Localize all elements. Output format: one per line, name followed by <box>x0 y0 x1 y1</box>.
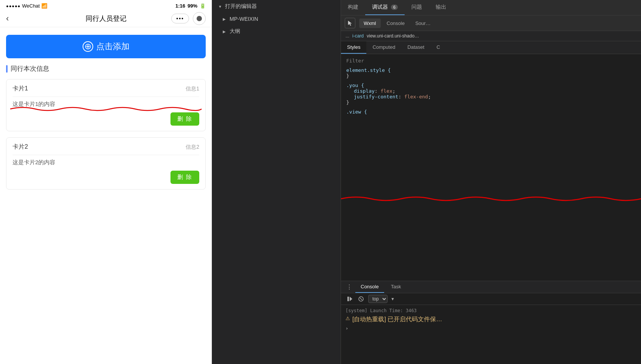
filetree-outline-label: 大纲 <box>230 28 335 35</box>
css-selector-element: element.style { <box>346 67 391 73</box>
clear-icon[interactable] <box>357 295 365 303</box>
mobile-panel: ●●●●● WeChat 📶 1:16 99% 🔋 ‹ 同行人员登记 ••• ⊕… <box>0 0 212 364</box>
tab-issues[interactable]: 问题 <box>405 0 429 15</box>
status-right: 1:16 99% 🔋 <box>175 3 206 9</box>
section-bar-icon <box>6 65 8 73</box>
card-1-title: 卡片1 <box>13 85 28 93</box>
add-button-label: 点击添加 <box>96 41 130 52</box>
chevron-down-icon: ▼ <box>218 5 223 9</box>
cursor-icon <box>347 20 353 26</box>
section-title: 同行本次信息 <box>6 64 206 73</box>
dropdown-arrow-icon: ▼ <box>391 297 395 301</box>
console-menu-button[interactable]: ⋮ <box>345 283 354 292</box>
log-system-text: [system] Launch Time: 3463 <box>346 308 417 313</box>
tab-build[interactable]: 构建 <box>341 0 365 15</box>
battery-icon: 🔋 <box>200 3 206 9</box>
devtools-toolbar: 构建 调试器 6 问题 输出 <box>341 0 641 16</box>
styles-content: Filter element.style { } .you { display:… <box>341 54 641 281</box>
section-title-text: 同行本次信息 <box>11 64 49 73</box>
styles-tab-dataset[interactable]: Dataset <box>401 41 430 54</box>
log-line-1: [system] Launch Time: 3463 <box>346 308 636 313</box>
devtools-breadcrumb: ... i-card view.uni-card.uni-shado… <box>341 31 641 41</box>
css-prop-display: display <box>354 88 375 94</box>
svg-marker-0 <box>348 21 352 26</box>
context-select[interactable]: top <box>368 295 388 303</box>
card-1-footer: 删 除 <box>13 112 199 126</box>
devtools-panel: 构建 调试器 6 问题 输出 Wxml Console Sour… .. <box>341 0 641 364</box>
card-2-delete-button[interactable]: 删 除 <box>170 171 199 184</box>
console-content: [system] Launch Time: 3463 ⚠ [自动热重载] 已开启… <box>341 305 641 364</box>
css-prop-justify: justify-content <box>354 94 398 100</box>
page-title: 同行人员登记 <box>86 14 127 23</box>
card-1: 卡片1 信息1 这是卡片1的内容 删 除 <box>6 79 206 131</box>
app-name: WeChat <box>22 3 40 9</box>
card-2-title: 卡片2 <box>13 143 28 151</box>
css-rule-view: .view { <box>346 109 636 115</box>
red-squiggle-devtools <box>341 194 641 201</box>
subtab-source[interactable]: Sour… <box>411 19 435 28</box>
styles-tab-c[interactable]: C <box>430 41 446 54</box>
breadcrumb-path: view.uni-card.uni-shado… <box>367 33 419 39</box>
card-2-header: 卡片2 信息2 <box>13 143 199 155</box>
status-bar: ●●●●● WeChat 📶 1:16 99% 🔋 <box>0 0 212 10</box>
filetree-item-outline[interactable]: ▶ 大纲 <box>212 25 341 38</box>
subtab-wxml[interactable]: Wxml <box>359 19 381 28</box>
devtools-subtabs: Wxml Console Sour… <box>341 16 641 31</box>
styles-tab-styles[interactable]: Styles <box>341 41 366 54</box>
card-1-delete-button[interactable]: 删 除 <box>170 112 199 126</box>
signal-dots: ●●●●● <box>6 4 20 8</box>
debugger-badge: 6 <box>391 5 398 10</box>
nav-actions: ••• <box>171 12 206 25</box>
mobile-content: ⊕ 点击添加 同行本次信息 卡片1 信息1 这是卡片1的内容 删 除 <box>0 27 212 364</box>
tab-debugger[interactable]: 调试器 6 <box>365 0 405 15</box>
filetree-item-editor[interactable]: ▼ 打开的编辑器 <box>212 0 341 13</box>
card-1-header: 卡片1 信息1 <box>13 85 199 97</box>
console-caret[interactable]: › <box>346 326 348 331</box>
console-tab-task[interactable]: Task <box>386 281 406 293</box>
svg-rect-1 <box>347 297 349 301</box>
css-selector-you: .you { <box>346 82 364 88</box>
filetree-item-mpweixin[interactable]: ▶ MP-WEIXIN <box>212 13 341 25</box>
breadcrumb-dots: ... <box>346 33 349 39</box>
log-line-3: › <box>346 326 636 331</box>
breadcrumb-link[interactable]: i-card <box>352 33 364 39</box>
console-toolbar: top ▼ <box>341 293 641 305</box>
play-icon[interactable] <box>346 295 354 303</box>
record-icon <box>197 16 202 21</box>
card-2-content: 这是卡片2的内容 <box>13 159 199 166</box>
css-value-display: flex <box>380 88 392 94</box>
css-rule-you: .you { display: flex; justify-content: f… <box>346 82 636 105</box>
styles-tabs: Styles Computed Dataset C <box>341 41 641 54</box>
add-button[interactable]: ⊕ 点击添加 <box>6 35 206 58</box>
record-button[interactable] <box>193 12 206 25</box>
chevron-right-icon-2: ▶ <box>223 30 227 34</box>
styles-tab-computed[interactable]: Computed <box>366 41 401 54</box>
subtab-console[interactable]: Console <box>382 19 410 28</box>
filetree-label: 打开的编辑器 <box>225 3 335 10</box>
css-rule-element-style: element.style { } <box>346 67 636 79</box>
chevron-right-icon: ▶ <box>223 17 227 21</box>
svg-line-4 <box>360 298 362 300</box>
status-left: ●●●●● WeChat 📶 <box>6 3 47 9</box>
wifi-icon: 📶 <box>41 3 47 9</box>
styles-filter[interactable]: Filter <box>346 58 636 64</box>
console-tab-console[interactable]: Console <box>355 281 384 293</box>
battery-display: 99% <box>188 3 197 9</box>
time-display: 1:16 <box>175 3 185 9</box>
card-1-info: 信息1 <box>186 86 199 92</box>
card-2-footer: 删 除 <box>13 171 199 184</box>
inspector-button[interactable] <box>345 18 355 28</box>
nav-bar: ‹ 同行人员登记 ••• <box>0 10 212 27</box>
console-tabs: ⋮ Console Task <box>341 281 641 293</box>
tab-output[interactable]: 输出 <box>429 0 453 15</box>
log-line-2: ⚠ [自动热重载] 已开启代码文件保… <box>346 316 636 324</box>
filetree-mpweixin-label: MP-WEIXIN <box>230 16 335 22</box>
card-1-content: 这是卡片1的内容 <box>13 101 199 108</box>
log-warning-text: [自动热重载] 已开启代码文件保… <box>352 316 442 324</box>
more-options-button[interactable]: ••• <box>171 14 189 23</box>
css-selector-view: .view { <box>346 109 367 115</box>
add-icon: ⊕ <box>83 41 93 52</box>
filetree-panel: ▼ 打开的编辑器 ▶ MP-WEIXIN ▶ 大纲 <box>212 0 341 364</box>
back-button[interactable]: ‹ <box>6 14 9 23</box>
warning-icon: ⚠ <box>346 316 350 321</box>
